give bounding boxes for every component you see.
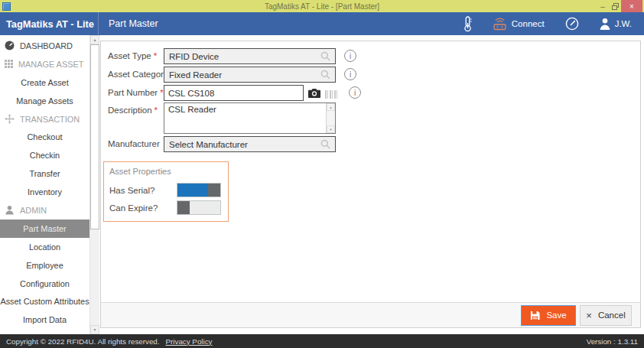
scroll-up-icon[interactable]: ▲: [90, 35, 99, 44]
scroll-down-icon[interactable]: ▼: [90, 325, 99, 334]
description-textarea[interactable]: CSL Reader ▲ ▼: [164, 102, 336, 134]
move-arrows-icon: [5, 114, 15, 124]
description-row: Description* CSL Reader ▲ ▼: [101, 102, 336, 134]
user-menu[interactable]: J.W.: [600, 18, 632, 30]
content-panel: Asset Type* RFID Device i Asset Category…: [100, 41, 641, 328]
main-area: Asset Type* RFID Device i Asset Category…: [99, 35, 644, 334]
connect-button[interactable]: Connect: [493, 18, 545, 31]
scroll-down-icon[interactable]: ▼: [327, 125, 335, 133]
save-button[interactable]: Save: [521, 305, 576, 326]
dashboard-gauge-icon: [5, 41, 15, 50]
camera-icon[interactable]: [307, 87, 321, 101]
has-serial-label: Has Serial?: [109, 186, 177, 195]
save-label: Save: [546, 311, 566, 320]
asset-category-label: Asset Category*: [101, 67, 164, 79]
manufacturer-label: Manufacturer: [101, 136, 164, 148]
has-serial-toggle[interactable]: [177, 183, 221, 197]
sidebar-section-admin[interactable]: ADMIN: [0, 201, 89, 220]
sidebar-section-transaction[interactable]: TRANSACTION: [0, 110, 89, 128]
os-titlebar: TagMatiks AT - Lite - [Part Master] – ×: [0, 0, 644, 12]
privacy-policy-link[interactable]: Privacy Policy: [166, 337, 213, 346]
sidebar-item-transfer[interactable]: Transfer: [0, 164, 89, 183]
app-brand: TagMatiks AT - Lite: [0, 12, 99, 35]
sidebar-item-checkout[interactable]: Checkout: [0, 128, 89, 146]
restore-icon: [612, 3, 619, 10]
cancel-x-icon: ×: [586, 310, 592, 321]
footer: Copyright © 2022 RFID4U. All rights rese…: [0, 334, 644, 348]
user-icon: [600, 18, 610, 30]
sidebar-scrollbar[interactable]: ▲ ▼: [89, 35, 99, 334]
asset-category-dropdown[interactable]: Fixed Reader: [164, 67, 336, 83]
sidebar-item-import-data[interactable]: Import Data: [0, 311, 89, 329]
sidebar-item-inventory[interactable]: Inventory: [0, 183, 89, 201]
can-expire-label: Can Expire?: [109, 203, 177, 213]
manufacturer-row: Manufacturer Select Manufacturer: [101, 136, 336, 152]
sidebar-item-create-asset[interactable]: Create Asset: [0, 73, 89, 92]
page-title: Part Master: [99, 18, 158, 29]
sidebar: DASHBOARD MANAGE ASSET Create Asset Mana…: [0, 35, 99, 334]
part-number-label: Part Number*: [101, 85, 164, 97]
asset-type-dropdown[interactable]: RFID Device: [164, 48, 336, 64]
sidebar-item-checkin[interactable]: Checkin: [0, 146, 89, 164]
sidebar-item-part-master[interactable]: Part Master: [0, 220, 89, 238]
toggle-knob: [208, 184, 220, 197]
scroll-up-icon[interactable]: ▲: [327, 103, 335, 111]
asset-grid-icon: [5, 60, 13, 68]
manufacturer-value: Select Manufacturer: [169, 140, 320, 149]
connect-label: Connect: [512, 19, 545, 28]
admin-person-icon: [5, 205, 15, 215]
asset-type-value: RFID Device: [169, 52, 320, 61]
sidebar-item-asset-custom-attributes[interactable]: Asset Custom Attributes: [0, 292, 89, 311]
cancel-label: Cancel: [598, 311, 626, 320]
description-label: Description*: [101, 102, 164, 115]
part-number-row: Part Number* i: [101, 85, 361, 101]
required-asterisk: *: [154, 106, 158, 115]
sidebar-item-location[interactable]: Location: [0, 238, 89, 256]
can-expire-row: Can Expire?: [109, 200, 228, 215]
rfid-reader-icon: [493, 18, 507, 31]
search-icon: [320, 51, 330, 61]
barcode-icon[interactable]: [325, 90, 338, 99]
sidebar-section-manage-asset[interactable]: MANAGE ASSET: [0, 55, 89, 73]
sidebar-item-configuration[interactable]: Configuration: [0, 275, 89, 293]
close-button[interactable]: ×: [621, 0, 642, 12]
asset-type-label: Asset Type*: [101, 48, 164, 60]
description-value: CSL Reader: [168, 105, 216, 114]
description-scrollbar[interactable]: ▲ ▼: [326, 103, 335, 133]
body-area: DASHBOARD MANAGE ASSET Create Asset Mana…: [0, 35, 644, 334]
asset-category-value: Fixed Reader: [169, 70, 320, 80]
window-title: TagMatiks AT - Lite - [Part Master]: [0, 2, 644, 11]
copyright-text: Copyright © 2022 RFID4U. All rights rese…: [6, 337, 160, 346]
thermometer-icon[interactable]: [463, 16, 472, 32]
save-floppy-icon: [530, 311, 540, 320]
sidebar-item-manage-assets[interactable]: Manage Assets: [0, 92, 89, 110]
scrollbar-thumb[interactable]: [90, 44, 99, 229]
gauge-icon[interactable]: [565, 17, 579, 31]
sidebar-item-dashboard[interactable]: DASHBOARD: [0, 37, 89, 55]
asset-properties-title: Asset Properties: [109, 167, 228, 176]
required-asterisk: *: [160, 88, 163, 97]
info-icon[interactable]: i: [349, 86, 361, 99]
asset-category-row: Asset Category* Fixed Reader i: [101, 67, 356, 83]
can-expire-toggle[interactable]: [177, 200, 221, 215]
cancel-button[interactable]: × Cancel: [580, 305, 632, 326]
info-icon[interactable]: i: [344, 68, 356, 80]
toggle-knob: [177, 201, 190, 214]
asset-properties-box: Asset Properties Has Serial? Can Expire?: [103, 161, 229, 222]
info-icon[interactable]: i: [344, 50, 356, 62]
search-icon: [320, 139, 330, 149]
user-initials: J.W.: [615, 19, 632, 28]
has-serial-row: Has Serial?: [109, 183, 228, 197]
sidebar-item-employee[interactable]: Employee: [0, 256, 89, 275]
app-header: TagMatiks AT - Lite Part Master Connect …: [0, 12, 644, 35]
search-icon: [320, 70, 330, 80]
action-bar: Save × Cancel: [101, 302, 640, 327]
minimize-button[interactable]: –: [597, 0, 609, 12]
part-number-input[interactable]: [164, 85, 304, 101]
app-window: TagMatiks AT - Lite - [Part Master] – × …: [0, 0, 644, 348]
required-asterisk: *: [154, 51, 157, 60]
asset-type-row: Asset Type* RFID Device i: [101, 48, 356, 64]
manufacturer-dropdown[interactable]: Select Manufacturer: [164, 136, 336, 152]
version-text: Version : 1.3.11: [587, 337, 638, 346]
restore-button[interactable]: [609, 0, 621, 12]
